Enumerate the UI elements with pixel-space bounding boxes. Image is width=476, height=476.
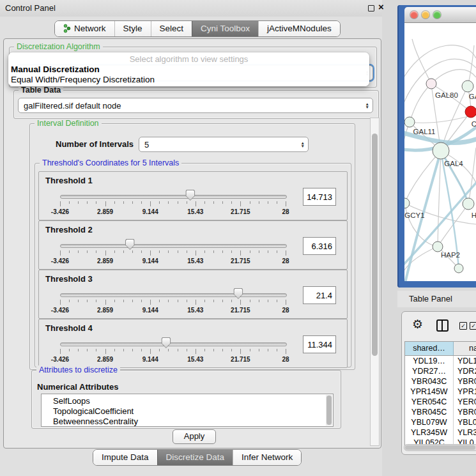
number-of-intervals-combobox[interactable]: 5 ▲▼ xyxy=(139,137,309,152)
table-row[interactable]: YBL079W YBL0 xyxy=(405,417,476,427)
float-icon[interactable] xyxy=(368,5,374,12)
tab-jactivemnodules[interactable]: jActiveMNodules xyxy=(258,21,340,36)
threshold-value-box[interactable]: 11.344 xyxy=(303,335,336,353)
gear-icon[interactable]: ⚙ xyxy=(412,317,423,331)
network-node[interactable] xyxy=(463,198,474,210)
algorithm-option[interactable]: Manual Discretization xyxy=(8,65,369,75)
network-node-label: GA xyxy=(469,93,476,100)
list-item[interactable]: BetweennessCentrality xyxy=(42,417,333,427)
slider-tick xyxy=(286,300,286,305)
column-header-name[interactable]: na xyxy=(454,342,476,355)
tab-label: Network xyxy=(74,24,106,33)
list-item[interactable]: TopologicalCoefficient xyxy=(42,406,333,417)
control-panel-titlebar: Control Panel × xyxy=(0,0,382,17)
control-panel: Control Panel × Network Style Select Cyn… xyxy=(0,0,382,476)
network-edge[interactable] xyxy=(410,84,431,122)
bottom-tab-bar: Impute Data Discretize Data Infer Networ… xyxy=(93,449,302,466)
attr-items: SelfLoopsTopologicalCoefficientBetweenne… xyxy=(42,396,333,427)
split-columns-icon[interactable] xyxy=(436,319,449,332)
checkbox-icon[interactable]: ✓ xyxy=(459,322,467,330)
tab-network[interactable]: Network xyxy=(55,21,114,36)
network-view-window: GAL80GACGAL11GAL4GCY1HHAP2 xyxy=(397,5,476,288)
network-canvas[interactable]: GAL80GACGAL11GAL4GCY1HHAP2 xyxy=(404,23,476,281)
threshold-slider[interactable]: -3.4262.8599.14415.4321.71528 xyxy=(60,221,286,269)
close-traffic-light-icon[interactable] xyxy=(410,11,418,19)
network-graph[interactable]: GAL80GACGAL11GAL4GCY1HHAP2 xyxy=(404,23,476,281)
attributes-list-scrollbar[interactable] xyxy=(326,395,332,426)
table-data-value: galFiltered.sif default node xyxy=(24,101,121,111)
network-node[interactable] xyxy=(433,142,449,159)
combo-stepper-icon: ▲▼ xyxy=(301,141,308,148)
slider-tick-label: 15.43 xyxy=(187,208,203,215)
slider-tick-label: 28 xyxy=(282,356,289,363)
scrollbar-thumb[interactable] xyxy=(372,134,378,356)
zoom-traffic-light-icon[interactable] xyxy=(433,11,441,19)
settings-scrollbar[interactable] xyxy=(370,118,380,446)
algorithm-option[interactable]: Equal Width/Frequency Discretization xyxy=(8,75,369,85)
tab-label: Infer Network xyxy=(242,452,293,462)
network-node[interactable] xyxy=(454,264,463,273)
list-item[interactable]: SelfLoops xyxy=(42,396,333,406)
tab-select[interactable]: Select xyxy=(151,21,192,36)
threshold-value-box[interactable]: 6.316 xyxy=(303,237,336,255)
slider-tick-label: 21.715 xyxy=(231,356,250,363)
network-icon xyxy=(63,24,71,33)
table-row[interactable]: YDL19… YDL1 xyxy=(405,356,476,366)
slider-tick-label: 28 xyxy=(282,208,289,215)
tab-label: jActiveMNodules xyxy=(267,24,332,33)
network-node[interactable] xyxy=(462,81,473,92)
scrollbar-thumb[interactable] xyxy=(326,395,332,425)
table-row[interactable]: YBR045C YBR0 xyxy=(405,407,476,417)
close-icon[interactable]: × xyxy=(378,1,384,12)
tab-style[interactable]: Style xyxy=(114,21,151,36)
threshold-slider[interactable]: -3.4262.8599.14415.4321.71528 xyxy=(60,319,286,367)
table-data-combobox[interactable]: galFiltered.sif default node ▲▼ xyxy=(18,98,373,113)
network-node[interactable] xyxy=(426,79,436,89)
table-header-row: shared… na xyxy=(405,342,476,356)
slider-tick-label: 15.43 xyxy=(187,307,203,314)
checkbox-icon[interactable]: ✓ xyxy=(470,322,476,330)
threshold-panel: Threshold 2 -3.4262.8599.14415.4321.7152… xyxy=(38,220,348,270)
scrollbar-thumb[interactable] xyxy=(405,445,475,450)
tab-discretize-data[interactable]: Discretize Data xyxy=(157,450,233,465)
network-node[interactable] xyxy=(433,242,443,252)
table-panel-toolbar: ⚙ ✓ ✓ xyxy=(402,316,476,339)
network-node[interactable] xyxy=(404,117,415,127)
slider-tick xyxy=(286,250,286,256)
network-edge[interactable] xyxy=(412,39,431,84)
network-edge[interactable] xyxy=(404,45,476,77)
table-row[interactable]: YBR043C YBR0 xyxy=(405,376,476,387)
attributes-group: Attributes to discretize Numerical Attri… xyxy=(31,370,341,429)
slider-tick-label: 2.859 xyxy=(97,208,113,215)
minimize-traffic-light-icon[interactable] xyxy=(422,11,429,19)
table-data-group: Table Data galFiltered.sif default node … xyxy=(13,90,379,119)
table-horizontal-scrollbar[interactable] xyxy=(404,444,476,451)
slider-tick-label: 9.144 xyxy=(142,257,158,265)
network-edge[interactable] xyxy=(410,114,476,123)
slider-tick-label: -3.426 xyxy=(51,356,69,363)
network-node-label: GAL4 xyxy=(444,160,463,167)
slider-tick-label: 2.859 xyxy=(97,356,113,363)
threshold-value-box[interactable]: 21.4 xyxy=(303,286,336,304)
network-edge[interactable] xyxy=(404,151,441,203)
tab-infer-network[interactable]: Infer Network xyxy=(233,450,301,465)
threshold-value-box[interactable]: 14.713 xyxy=(303,188,336,206)
network-node[interactable] xyxy=(404,198,410,208)
apply-button[interactable]: Apply xyxy=(173,429,216,444)
column-header-shared-name[interactable]: shared… xyxy=(405,342,454,355)
algorithm-popup-list: Manual DiscretizationEqual Width/Frequen… xyxy=(8,65,369,84)
table-panel: ⚙ ✓ ✓ shared… na YDL19… YDL1 YDR27… YDR2… xyxy=(401,311,476,455)
tab-impute-data[interactable]: Impute Data xyxy=(93,450,157,465)
table-row[interactable]: YLR345W YLR3 xyxy=(405,427,476,438)
threshold-coordinates-legend: Threshold's Coordinates for 5 Intervals xyxy=(40,158,181,167)
table-row[interactable]: YER054C YER0 xyxy=(405,397,476,407)
table-row[interactable]: YPR145W YPR1 xyxy=(405,387,476,397)
table-row[interactable]: YDR27… YDR2 xyxy=(405,366,476,376)
tab-cyni-toolbox[interactable]: Cyni Toolbox xyxy=(192,21,258,36)
number-of-intervals-value: 5 xyxy=(144,140,149,150)
slider-axis-labels: -3.4262.8599.14415.4321.71528 xyxy=(60,221,286,269)
network-node[interactable] xyxy=(465,106,476,118)
threshold-slider[interactable]: -3.4262.8599.14415.4321.71528 xyxy=(60,270,286,318)
threshold-slider[interactable]: -3.4262.8599.14415.4321.71528 xyxy=(60,172,286,220)
numerical-attributes-list[interactable]: SelfLoopsTopologicalCoefficientBetweenne… xyxy=(41,394,334,427)
